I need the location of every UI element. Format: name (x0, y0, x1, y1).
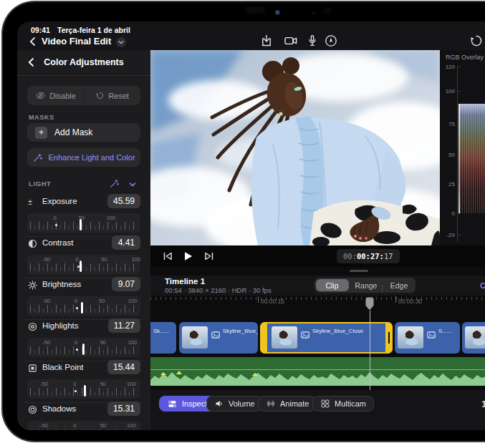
black-point-slider-ruler[interactable]: -50 0 50 100 (27, 379, 140, 399)
timeline-header: Timeline 1 00:54 · 3840 × 2160 · HDR · 3… (150, 276, 485, 296)
scope-waveform-edge (458, 104, 460, 213)
camera-icon[interactable] (284, 34, 298, 48)
slider-highlights: Highlights 11.27 -50 0 50 100 (27, 321, 140, 362)
slider-brightness: Brightness 9.07 -50 0 50 100 (27, 279, 140, 321)
enhance-light-color-button[interactable]: Enhance Light and Color (27, 148, 140, 167)
brightness-slider-ruler[interactable]: -50 0 50 100 (27, 296, 140, 316)
video-track: Sk...... Skyline_Blue_Wide (150, 322, 485, 354)
black-point-handle[interactable] (84, 385, 86, 396)
mode-range[interactable]: Range (350, 281, 383, 290)
clip-1[interactable]: Sk...... (150, 322, 176, 354)
shadows-value[interactable]: 15.31 (107, 401, 140, 416)
clip-thumbnail (272, 326, 297, 349)
trim-handle-left[interactable] (260, 322, 267, 354)
animate-button[interactable]: Animate (258, 396, 317, 412)
disable-button[interactable]: Disable (27, 86, 84, 105)
video-preview[interactable] (150, 50, 440, 245)
reset-icon (95, 91, 105, 100)
playback-bar: 00:00:27:17 (150, 245, 485, 267)
mode-edge[interactable]: Edge (383, 281, 416, 290)
clipped-edge-button[interactable]: C (480, 281, 485, 290)
screen: 09:41 Terça-feira 1 de abril Video Final… (17, 21, 485, 430)
reset-button[interactable]: Reset (84, 86, 140, 105)
light-collapse-chevron-icon[interactable] (128, 180, 138, 190)
contrast-slider-ruler[interactable]: -50 0 50 100 (27, 255, 140, 274)
annotate-icon[interactable] (324, 34, 338, 48)
exposure-value[interactable]: 45.59 (107, 194, 140, 208)
brightness-icon (28, 281, 37, 290)
shadows-icon (28, 405, 37, 414)
status-bar: 09:41 Terça-feira 1 de abril (17, 21, 485, 36)
trim-handle-right[interactable] (385, 322, 393, 354)
photo-icon (211, 331, 220, 339)
date: Terça-feira 1 de abril (57, 26, 130, 34)
contrast-handle[interactable] (80, 260, 82, 272)
origin-dot (55, 224, 57, 226)
clip-4[interactable]: S...... (395, 322, 460, 354)
brightness-value[interactable]: 9.07 (112, 277, 140, 291)
enhance-label: Enhance Light and Color (48, 153, 135, 162)
import-icon[interactable] (259, 34, 274, 48)
highlights-value[interactable]: 11.27 (108, 318, 140, 333)
segment-divider (84, 89, 85, 102)
origin-dot (76, 307, 78, 309)
bezel-sensor-dot (312, 11, 315, 14)
multicam-button[interactable]: Multicam (312, 396, 374, 412)
edit-mode-control: Clip Range Edge (314, 278, 416, 293)
light-section-label: LIGHT (29, 180, 52, 188)
title-chevron-down-icon[interactable] (116, 37, 126, 47)
clip-3-selected[interactable]: Skyline_Blue_Close (260, 322, 393, 354)
playhead-handle[interactable] (365, 296, 375, 311)
mode-clip[interactable]: Clip (316, 279, 349, 291)
brightness-handle[interactable] (81, 302, 83, 313)
play-icon[interactable] (181, 249, 195, 263)
timeline-name: Timeline 1 (165, 277, 205, 286)
bezel-sensor-pill (245, 6, 265, 14)
audio-waveform (150, 370, 485, 386)
audio-track[interactable] (150, 357, 485, 386)
timeline-bottom-bar: Inspect Volume Animate (150, 390, 485, 430)
microphone-icon[interactable] (305, 34, 320, 48)
contrast-value[interactable]: 4.41 (112, 235, 140, 250)
playhead-line[interactable] (370, 311, 371, 399)
clip-2[interactable]: Skyline_Blue_Wide (179, 322, 258, 354)
front-camera (275, 10, 280, 15)
timeline-ruler[interactable]: 00:00:15 00:00:30 (150, 296, 485, 310)
photo-icon (301, 331, 309, 339)
timeline-drag-handle[interactable] (350, 270, 368, 272)
clipped-bottom-fragment: 1 (481, 399, 485, 409)
black-point-icon (28, 364, 37, 373)
shadows-slider-ruler[interactable]: -50 0 50 100 (27, 421, 140, 430)
masks-section-label: MASKS (29, 114, 54, 121)
skip-to-start-icon[interactable] (160, 249, 175, 263)
exposure-slider-ruler[interactable]: 0 50 100 (27, 213, 140, 233)
back-icon[interactable] (27, 36, 39, 47)
add-mask-button[interactable]: + Add Mask (27, 123, 140, 142)
bezel-camera-ring (323, 6, 332, 15)
highlights-slider-ruler[interactable]: -50 0 50 100 (27, 338, 140, 357)
volume-button[interactable]: Volume (206, 396, 263, 412)
slider-exposure: ± Exposure 45.59 0 50 100 (27, 196, 140, 238)
slider-contrast: Contrast 4.41 -50 0 50 100 (27, 238, 140, 279)
panel-title: Color Adjustments (17, 57, 150, 67)
black-point-value[interactable]: 15.44 (107, 360, 140, 374)
origin-dot (76, 349, 78, 351)
disable-label: Disable (49, 92, 76, 100)
light-section-header: LIGHT (17, 177, 150, 190)
contrast-icon (28, 239, 37, 248)
slider-black-point: Black Point 15.44 -50 0 50 100 (27, 362, 140, 404)
clip-5[interactable] (462, 322, 485, 354)
plus-icon: + (35, 127, 47, 139)
project-title[interactable]: Video Final Edit (42, 36, 111, 47)
highlights-handle[interactable] (82, 344, 85, 355)
animate-icon (266, 399, 276, 409)
multicam-grid-icon (320, 399, 330, 409)
skip-to-end-icon[interactable] (202, 249, 216, 263)
timecode-display[interactable]: 00:00:27:17 (337, 249, 400, 263)
undo-icon[interactable] (469, 34, 484, 48)
panel-header: Color Adjustments (17, 50, 150, 76)
disable-reset-control: Disable Reset (27, 86, 140, 105)
add-mask-label: Add Mask (54, 127, 92, 137)
preview-frame-art (150, 50, 440, 245)
light-wand-icon[interactable] (109, 178, 120, 189)
